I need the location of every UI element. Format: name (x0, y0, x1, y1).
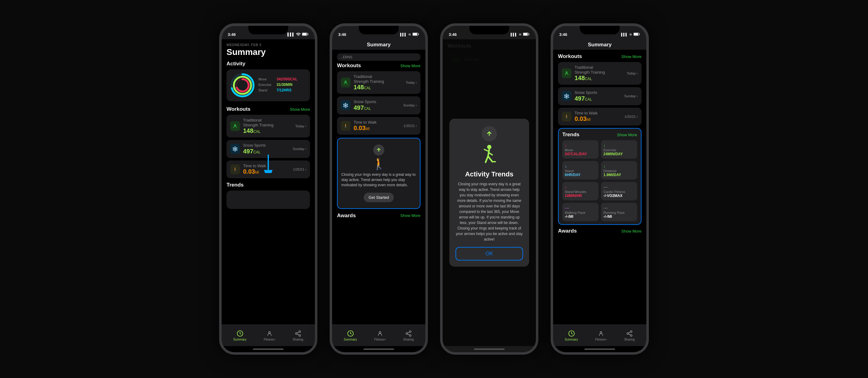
svg-point-13 (269, 332, 270, 334)
signal-icon-2: ▌▌▌ (400, 33, 407, 36)
scroll-content-1[interactable]: WEDNESDAY, FEB 3 Summary Activity (222, 39, 315, 325)
tab-label-fitness-4: Fitness+ (595, 338, 607, 341)
workout-item-walk-2[interactable]: 🚶 Time to Walk 0.03MI 1/25/21 › (337, 117, 421, 135)
running-pace-arrow-4: — (603, 205, 635, 210)
svg-line-34 (486, 156, 488, 162)
sharing-tab-icon-2 (405, 330, 412, 337)
trends-card-2[interactable]: 🚶 Closing your rings every day is a grea… (337, 138, 421, 209)
wifi-icon-4: ≋ (629, 33, 632, 36)
trends-description-2: Closing your rings every day is a great … (341, 172, 416, 187)
signal-icon-1: ▌▌▌ (288, 33, 294, 36)
tab-fitness-4[interactable]: Fitness+ (595, 330, 607, 341)
workouts-show-more-4[interactable]: Show More (621, 54, 642, 59)
trend-distance-4: ↓ Distance 1.9MI/DAY (601, 161, 637, 180)
svg-point-42 (600, 332, 602, 334)
trends-content-2: 🚶 Closing your rings every day is a grea… (341, 142, 416, 204)
workouts-header-2: Workouts Show More (337, 63, 421, 69)
workout-item-strength-4[interactable]: TraditionalStrength Training 148CAL Toda… (558, 62, 642, 85)
home-indicator-1 (222, 346, 315, 352)
status-icons-4: ▌▌▌ ≋ (621, 33, 640, 36)
stand-arrow-4: ↓ (565, 163, 596, 168)
exercise-stat: Exercise 31/30MIN (258, 83, 306, 87)
workout-info-snow-2: Snow Sports 497CAL (353, 99, 400, 112)
move-arrow-4: ↓ (565, 143, 596, 148)
home-indicator-3 (443, 346, 536, 352)
phone-2: 3:46 ▌▌▌ ≋ Summary ...ERNS Workouts Show… (330, 23, 428, 355)
workout-info-walk-2: Time to Walk 0.03MI (353, 120, 401, 132)
distance-arrow-4: ↓ (603, 163, 635, 168)
workout-info-strength-4: TraditionalStrength Training 148CAL (575, 65, 624, 82)
phone-3: 3:46 ▌▌▌ ≋ Workouts Strength (440, 23, 538, 355)
top-partial-1: ...ERNS (337, 53, 421, 61)
workout-item-snow-4[interactable]: ❄️ Snow Sports 497CAL Sunday › (558, 87, 642, 105)
get-started-button-2[interactable]: Get Started (364, 193, 394, 202)
workouts-show-more-2[interactable]: Show More (400, 64, 421, 68)
svg-point-22 (379, 332, 381, 334)
modal-title-3: Activity Trends (456, 170, 523, 178)
workout-item-strength-2[interactable]: TraditionalStrength Training 148CAL Toda… (337, 71, 421, 94)
summary-tab-icon-1 (236, 330, 244, 337)
nav-title-4: Summary (558, 42, 642, 48)
sharing-tab-icon-1 (294, 330, 302, 337)
workout-item-strength-1[interactable]: TraditionalStrength Training 148CAL Toda… (226, 115, 310, 137)
strength-icon-1 (230, 121, 240, 131)
workout-item-snow-2[interactable]: ❄️ Snow Sports 497CAL Sunday › (337, 96, 421, 115)
scroll-content-4[interactable]: Workouts Show More TraditionalStrength T… (553, 50, 646, 325)
svg-rect-38 (639, 33, 640, 35)
notch-3 (469, 26, 509, 34)
scroll-arrow-1 (262, 155, 274, 174)
svg-point-14 (299, 331, 301, 333)
signal-icon-3: ▌▌▌ (511, 33, 517, 36)
trends-card-1 (226, 191, 310, 209)
trends-title-4: Trends (562, 132, 580, 138)
status-icons-3: ▌▌▌ ≋ (511, 33, 530, 36)
home-indicator-2 (332, 346, 425, 352)
trend-stand-minutes-4: ↓ Stand Minutes 10MIN/HR (562, 182, 598, 200)
modal-ok-button-3[interactable]: OK (456, 247, 523, 260)
summary-tab-icon-4 (568, 330, 575, 337)
tab-fitness-1[interactable]: Fitness+ (264, 330, 275, 341)
svg-point-20 (345, 81, 346, 83)
workouts-title-2: Workouts (337, 63, 361, 69)
svg-rect-39 (634, 33, 638, 35)
tab-sharing-2[interactable]: Sharing (403, 330, 413, 341)
awards-title-4: Awards (558, 228, 577, 234)
activity-card-1: Move 342/500CAL Exercise 31/30MIN Stand … (226, 69, 310, 101)
workouts-show-more-1[interactable]: Show More (290, 107, 310, 112)
trends-header-1: Trends (226, 182, 310, 188)
strength-icon-2 (341, 77, 350, 88)
status-time-3: 3:46 (449, 32, 457, 37)
workout-info-strength-2: TraditionalStrength Training 148CAL (353, 74, 403, 91)
tab-label-summary-2: Summary (344, 338, 357, 341)
fitness-tab-icon-2 (376, 330, 384, 337)
status-time-2: 3:46 (338, 32, 346, 37)
walking-pace-arrow-4: — (565, 205, 596, 210)
battery-icon-4 (633, 33, 640, 36)
tab-bar-2: Summary Fitness+ Sharing (332, 325, 425, 346)
awards-show-more-4[interactable]: Show More (621, 229, 642, 233)
tab-label-sharing-1: Sharing (292, 338, 303, 341)
workout-info-snow-1: Snow Sports 497CAL (243, 143, 290, 155)
phone-1: 3:46 ▌▌▌ WEDNESDAY, FEB 3 Summary Activi… (219, 23, 317, 355)
tab-sharing-1[interactable]: Sharing (292, 330, 303, 341)
stand-stat: Stand 7/12HRS (258, 88, 306, 92)
scroll-content-2[interactable]: ...ERNS Workouts Show More TraditionalSt… (332, 50, 425, 325)
status-icons-1: ▌▌▌ (288, 33, 309, 36)
tab-fitness-2[interactable]: Fitness+ (374, 330, 386, 341)
tab-summary-1[interactable]: Summary (233, 330, 246, 341)
modal-arrow-icon-3 (482, 126, 497, 141)
walk-icon-4: 🚶 (562, 112, 571, 122)
battery-icon-3 (523, 33, 530, 36)
svg-rect-1 (308, 33, 308, 35)
tab-sharing-4[interactable]: Sharing (624, 330, 634, 341)
tab-label-fitness-1: Fitness+ (264, 338, 275, 341)
tab-summary-4[interactable]: Summary (565, 330, 578, 341)
home-bar-2 (363, 349, 394, 350)
fitness-tab-icon-4 (597, 330, 604, 337)
workout-item-walk-4[interactable]: 🚶 Time to Walk 0.03MI 1/25/21 › (558, 108, 642, 126)
svg-point-25 (409, 335, 411, 337)
trends-card-4: Trends Show More ↓ Move 347CAL/DAY ↓ Exe… (558, 128, 642, 225)
trends-show-more-4[interactable]: Show More (617, 132, 637, 137)
awards-show-more-2[interactable]: Show More (400, 213, 421, 218)
tab-summary-2[interactable]: Summary (344, 330, 357, 341)
